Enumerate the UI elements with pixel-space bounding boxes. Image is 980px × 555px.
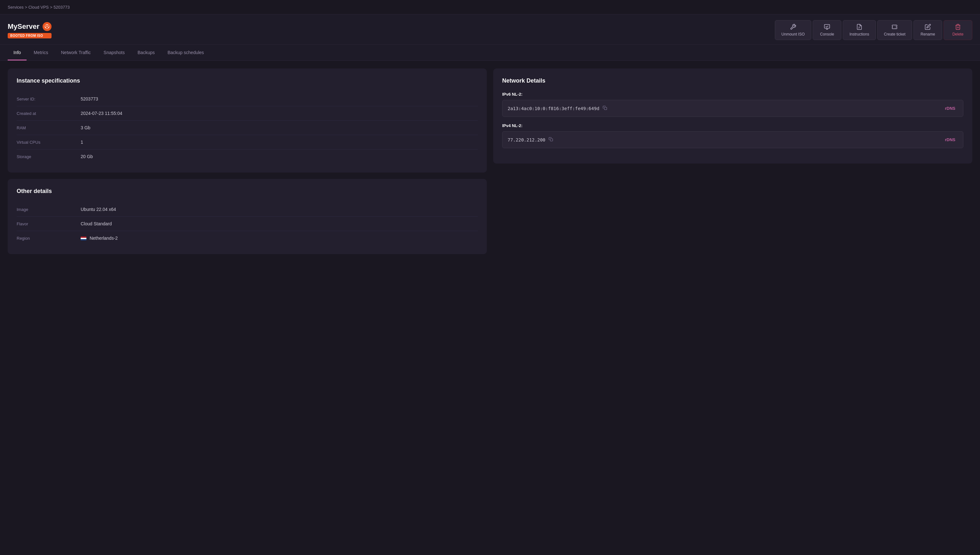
- unmount-iso-button[interactable]: Unmount ISO: [775, 20, 812, 40]
- rename-button[interactable]: Rename: [913, 20, 942, 40]
- ubuntu-icon: [43, 22, 51, 31]
- create-ticket-label: Create ticket: [884, 32, 905, 37]
- trash-icon: [955, 24, 961, 30]
- spec-value-server-id: 5203773: [81, 96, 98, 101]
- main-content: Instance specifications Server ID: 52037…: [0, 61, 980, 262]
- instance-specs-title: Instance specifications: [17, 77, 478, 84]
- delete-button[interactable]: Delete: [943, 20, 972, 40]
- ipv4-section: IPv4 NL-2: 77.220.212.200 rDNS: [502, 123, 963, 148]
- spec-value-image: Ubuntu 22.04 x64: [81, 207, 116, 212]
- svg-rect-14: [604, 107, 607, 110]
- tab-backups[interactable]: Backups: [132, 45, 161, 61]
- breadcrumb-cloud-vps[interactable]: Cloud VPS: [29, 5, 49, 10]
- spec-value-region: Netherlands-2: [81, 236, 118, 241]
- breadcrumb-services[interactable]: Services: [8, 5, 24, 10]
- spec-value-storage: 20 Gb: [81, 154, 93, 159]
- svg-line-5: [47, 27, 48, 27]
- instructions-label: Instructions: [849, 32, 869, 37]
- left-column: Instance specifications Server ID: 52037…: [8, 69, 487, 254]
- server-badge: BOOTED FROM ISO: [8, 33, 51, 38]
- ipv4-box: 77.220.212.200 rDNS: [502, 131, 963, 148]
- spec-label-image: Image: [17, 207, 81, 212]
- server-name: MyServer: [8, 22, 39, 31]
- rename-label: Rename: [921, 32, 935, 37]
- spec-value-ram: 3 Gb: [81, 125, 90, 130]
- svg-point-3: [45, 27, 46, 28]
- spec-label-region: Region: [17, 236, 81, 241]
- console-button[interactable]: Console: [813, 20, 841, 40]
- header: MyServer BOOTED FROM ISO: [0, 14, 980, 45]
- ipv4-rdns-button[interactable]: rDNS: [942, 136, 958, 143]
- netherlands-flag: [81, 237, 87, 241]
- top-bar: Services > Cloud VPS > 5203773: [0, 0, 980, 14]
- instance-specs-card: Instance specifications Server ID: 52037…: [8, 69, 487, 173]
- wrench-icon: [790, 24, 796, 30]
- tab-info[interactable]: Info: [8, 45, 27, 61]
- create-ticket-button[interactable]: Create ticket: [877, 20, 912, 40]
- spec-value-created: 2024-07-23 11:55:04: [81, 111, 122, 116]
- svg-point-2: [48, 27, 49, 28]
- svg-rect-15: [550, 139, 553, 141]
- spec-row-storage: Storage 20 Gb: [17, 149, 478, 164]
- other-details-title: Other details: [17, 188, 478, 195]
- delete-label: Delete: [953, 32, 964, 37]
- breadcrumb: Services > Cloud VPS > 5203773: [8, 5, 70, 10]
- tab-network-traffic[interactable]: Network Traffic: [55, 45, 96, 61]
- ipv6-rdns-button[interactable]: rDNS: [942, 105, 958, 112]
- console-label: Console: [820, 32, 834, 37]
- server-info: MyServer BOOTED FROM ISO: [8, 22, 51, 38]
- spec-row-flavor: Flavor Cloud Standard: [17, 217, 478, 231]
- tab-snapshots[interactable]: Snapshots: [98, 45, 131, 61]
- spec-row-ram: RAM 3 Gb: [17, 121, 478, 135]
- spec-label-ram: RAM: [17, 125, 81, 130]
- spec-row-region: Region Netherlands-2: [17, 231, 478, 245]
- monitor-icon: [824, 24, 830, 30]
- spec-row-vcpus: Virtual CPUs 1: [17, 135, 478, 149]
- spec-row-created: Created at 2024-07-23 11:55:04: [17, 106, 478, 121]
- ipv6-section: IPv6 NL-2: 2a13:4ac0:10:0:f816:3eff:fe49…: [502, 92, 963, 117]
- ipv4-label: IPv4 NL-2:: [502, 123, 963, 128]
- ipv6-label: IPv6 NL-2:: [502, 92, 963, 97]
- ipv6-value: 2a13:4ac0:10:0:f816:3eff:fe49:649d: [508, 105, 608, 112]
- svg-rect-7: [824, 25, 830, 29]
- ipv6-copy-button[interactable]: [602, 105, 608, 112]
- instructions-button[interactable]: Instructions: [843, 20, 876, 40]
- right-column: Network Details IPv6 NL-2: 2a13:4ac0:10:…: [493, 69, 972, 254]
- spec-label-flavor: Flavor: [17, 221, 81, 226]
- breadcrumb-server-id: 5203773: [53, 5, 70, 10]
- spec-label-server-id: Server ID:: [17, 97, 81, 101]
- spec-row-server-id: Server ID: 5203773: [17, 92, 478, 106]
- spec-label-created: Created at: [17, 111, 81, 116]
- tabs: Info Metrics Network Traffic Snapshots B…: [0, 45, 980, 61]
- network-details-card: Network Details IPv6 NL-2: 2a13:4ac0:10:…: [493, 69, 972, 164]
- document-icon: [856, 24, 863, 30]
- pencil-icon: [925, 24, 931, 30]
- unmount-iso-label: Unmount ISO: [781, 32, 805, 37]
- tab-backup-schedules[interactable]: Backup schedules: [162, 45, 210, 61]
- svg-point-1: [47, 24, 48, 25]
- svg-line-6: [46, 27, 47, 27]
- ipv4-copy-button[interactable]: [548, 136, 554, 143]
- ticket-icon: [891, 24, 898, 30]
- spec-value-flavor: Cloud Standard: [81, 221, 112, 226]
- tab-metrics[interactable]: Metrics: [28, 45, 54, 61]
- network-details-title: Network Details: [502, 77, 963, 84]
- spec-label-storage: Storage: [17, 154, 81, 159]
- other-details-card: Other details Image Ubuntu 22.04 x64 Fla…: [8, 179, 487, 254]
- ipv4-value: 77.220.212.200: [508, 136, 554, 143]
- spec-row-image: Image Ubuntu 22.04 x64: [17, 202, 478, 217]
- ipv6-box: 2a13:4ac0:10:0:f816:3eff:fe49:649d rDNS: [502, 100, 963, 117]
- header-actions: Unmount ISO Console: [775, 20, 972, 40]
- spec-label-vcpus: Virtual CPUs: [17, 140, 81, 145]
- spec-value-vcpus: 1: [81, 140, 83, 145]
